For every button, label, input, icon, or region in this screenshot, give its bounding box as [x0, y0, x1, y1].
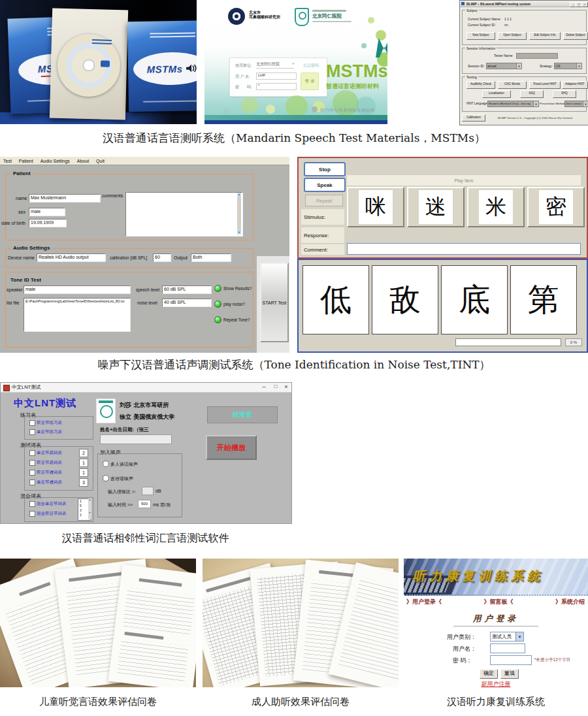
scroll-down-icon[interactable]: ▼	[237, 231, 241, 235]
close-button[interactable]: ×	[581, 2, 588, 7]
radio-speech-label[interactable]: 言语谱噪声	[110, 476, 133, 482]
login-button[interactable]: 登 录	[301, 73, 319, 90]
reset-button[interactable]: 重填	[500, 669, 519, 679]
open-subject-button[interactable]: Open Subject	[498, 32, 527, 40]
dob-input[interactable]: 19.09.1909	[29, 219, 67, 227]
char-choice-button[interactable]: 密	[527, 187, 585, 227]
register-link[interactable]: 新用户注册	[404, 680, 588, 687]
calibration-button[interactable]: Calibration	[462, 114, 485, 122]
listfile-box[interactable]: E:\Paul\Programming\LabView\ToneID\files…	[24, 298, 131, 332]
audibility-check-button[interactable]: Audibility Check	[466, 81, 495, 89]
calibrate-tone-button[interactable]: 校准音	[207, 406, 278, 423]
speaker-input[interactable]: male	[24, 285, 131, 294]
name-input[interactable]: Max Mustermann	[29, 194, 101, 203]
ok-button[interactable]: 确定	[480, 669, 498, 679]
start-test-button[interactable]: START Test	[260, 263, 289, 342]
localisation-button[interactable]: Localisation	[482, 90, 511, 98]
menu-item-test[interactable]: Test	[3, 159, 12, 163]
char-choice-button[interactable]: 敌	[372, 265, 438, 334]
menu-item-audio-settings[interactable]: Audio Settings	[41, 159, 70, 163]
practice-item-2[interactable]: 单音节练习表	[37, 429, 62, 435]
show-results-led[interactable]	[214, 285, 221, 292]
char-choice-button[interactable]: 底	[441, 265, 508, 334]
snr-input[interactable]	[142, 487, 154, 495]
test-item-1[interactable]: 单音节易词表	[37, 450, 62, 456]
session-id-select[interactable]: annual▼	[486, 63, 522, 69]
test-count-3[interactable]: 1	[79, 468, 88, 477]
delete-subject-button[interactable]: Delete Subject	[563, 32, 588, 40]
radio-babble-noise[interactable]	[103, 461, 109, 467]
tester-name-input[interactable]	[516, 53, 558, 59]
repeat-button[interactable]: Repeat	[305, 195, 343, 206]
comments-scrollbar[interactable]: ▲ ▼	[237, 193, 241, 235]
test-count-1[interactable]: 2	[79, 449, 88, 457]
checkbox[interactable]	[29, 450, 35, 456]
category-select[interactable]: 测试人员 ▼	[490, 632, 524, 642]
test-item-3[interactable]: 双音节难词表	[37, 470, 62, 476]
shq-button[interactable]: SHQ	[553, 90, 576, 98]
scroll-up-icon[interactable]: ▲	[237, 193, 241, 197]
speak-button[interactable]: Speak	[304, 178, 346, 192]
strategy-select[interactable]: CIS▼	[554, 63, 582, 69]
cnc-words-button[interactable]: CNC Words	[498, 81, 527, 89]
mixed-item-2[interactable]: 混合双音节词表	[37, 511, 67, 517]
hint-language-select[interactable]: Mandarin (Mainland China) - char seg▼	[487, 101, 539, 107]
radio-babble-label[interactable]: 多人谈话噪声	[110, 461, 138, 468]
nav-user-login[interactable]: 》用户登录《	[406, 598, 442, 606]
new-subject-button[interactable]: New Subject	[466, 32, 495, 40]
forgot-password-link[interactable]: 忘记密码	[303, 63, 319, 69]
repeat-tone-led[interactable]	[214, 316, 221, 323]
checkbox[interactable]	[29, 470, 35, 476]
noise-level-input[interactable]: 40 dB SPL	[162, 299, 212, 307]
username-input[interactable]	[490, 643, 525, 653]
practice-item-1[interactable]: 双音节练习表	[37, 420, 62, 426]
adaptive-hint-button[interactable]: Adaptive HINT	[562, 81, 588, 89]
comment-input[interactable]	[347, 243, 581, 255]
comments-textarea[interactable]	[125, 192, 243, 236]
checkbox[interactable]	[29, 511, 35, 517]
name-dob-input[interactable]	[100, 434, 172, 444]
checkbox[interactable]	[29, 480, 35, 485]
char-choice-button[interactable]: 米	[467, 187, 525, 227]
mixed-item-1[interactable]: 混合单音节词表	[37, 501, 67, 507]
test-item-4[interactable]: 单音节难词表	[37, 480, 62, 485]
ssq-button[interactable]: SSQ	[520, 90, 544, 98]
start-playback-button[interactable]: 开始播放	[206, 435, 257, 460]
device-input[interactable]: Realtek HD Audio output	[37, 253, 106, 262]
minimize-button[interactable]: –	[259, 383, 269, 391]
username-input[interactable]: LHF	[256, 73, 297, 80]
stop-button[interactable]: Stop	[304, 162, 346, 176]
char-choice-button[interactable]: 迷	[407, 187, 465, 227]
nav-message-board[interactable]: 》留言板《	[484, 598, 514, 606]
menu-item-patient[interactable]: Patient	[19, 159, 33, 163]
checkbox[interactable]	[29, 501, 35, 507]
unit-select[interactable]: 北京同仁医院 ▾	[256, 61, 294, 69]
nav-system-intro[interactable]: 》系统介绍《	[555, 598, 588, 606]
maximize-button[interactable]: □	[271, 383, 280, 391]
presentation-select[interactable]: Direct connect▼	[564, 101, 588, 107]
listbox-scrollbar[interactable]: ▲▼	[88, 498, 91, 519]
char-choice-button[interactable]: 咪	[347, 187, 404, 227]
char-choice-button[interactable]: 低	[302, 265, 369, 334]
play-noise-led[interactable]	[214, 301, 221, 308]
time-input[interactable]: 500	[138, 500, 151, 508]
edit-subject-button[interactable]: Edit Subject Info	[529, 32, 561, 40]
test-item-2[interactable]: 双音节易词表	[37, 460, 62, 466]
char-choice-button[interactable]: 第	[510, 265, 577, 334]
password-input[interactable]	[490, 655, 532, 665]
test-count-4[interactable]: 3	[79, 478, 88, 487]
checkbox[interactable]	[29, 460, 35, 466]
password-input[interactable]: *	[256, 83, 297, 90]
checkbox[interactable]	[29, 429, 35, 435]
menu-item-about[interactable]: About	[77, 159, 89, 163]
output-input[interactable]: Both	[191, 253, 231, 262]
sex-input[interactable]: male	[29, 208, 65, 216]
close-button[interactable]: ×	[282, 383, 291, 391]
speech-level-input[interactable]: 60 dB SPL	[162, 285, 212, 294]
menu-item-quit[interactable]: Quit	[96, 159, 105, 163]
checkbox[interactable]	[29, 420, 35, 426]
radio-speech-noise[interactable]	[103, 475, 109, 481]
calibration-input[interactable]: 60	[153, 253, 171, 262]
test-count-2[interactable]: 1	[79, 459, 88, 467]
fixed-level-hint-button[interactable]: Fixed-Level HINT	[529, 81, 561, 89]
